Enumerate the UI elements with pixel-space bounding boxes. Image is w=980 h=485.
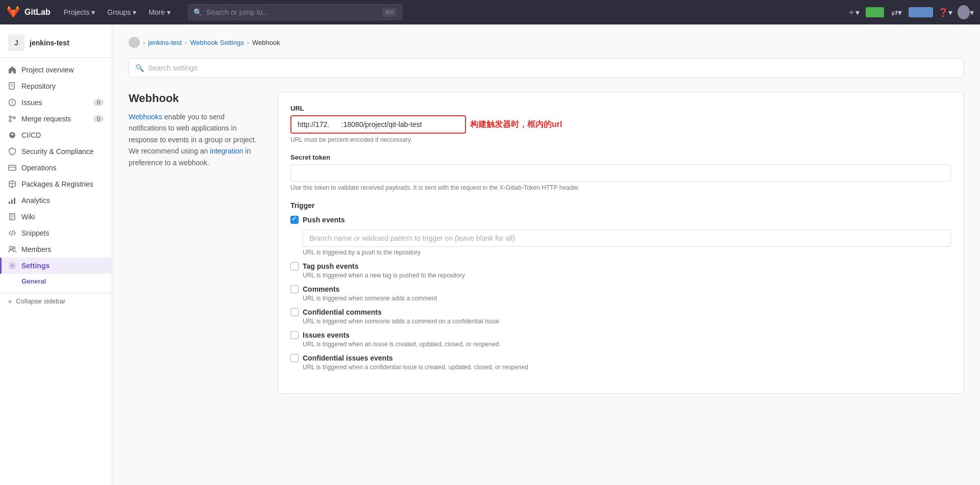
sidebar-settings-general[interactable]: General bbox=[0, 274, 112, 289]
webhook-form: URL 构建触发器时，框内的url URL must be percent-en… bbox=[278, 92, 964, 394]
sidebar-item-settings[interactable]: Settings bbox=[0, 258, 112, 274]
url-note: URL must be percent-encoded if neccessar… bbox=[290, 136, 951, 143]
push-events-checkbox[interactable] bbox=[290, 216, 299, 224]
push-events-desc: URL is triggered by a push to the reposi… bbox=[303, 249, 951, 256]
secret-token-input[interactable] bbox=[290, 164, 951, 182]
breadcrumb: › jenkins-test › Webhook Settings › Webh… bbox=[129, 37, 964, 48]
search-settings-box: 🔍 bbox=[129, 58, 964, 78]
merge-request-icon-btn[interactable]: ⇄ ▾ bbox=[888, 4, 904, 20]
user-menu-button[interactable]: ▾ bbox=[958, 4, 974, 20]
issues-events-checkbox[interactable] bbox=[290, 331, 299, 339]
ops-icon bbox=[8, 164, 16, 172]
sidebar-item-analytics[interactable]: Analytics bbox=[0, 192, 112, 209]
snippets-icon bbox=[8, 229, 16, 237]
url-input-row: 构建触发器时，框内的url bbox=[290, 115, 951, 134]
svg-rect-9 bbox=[9, 165, 16, 170]
comments-desc: URL is triggered when someone adds a com… bbox=[303, 295, 951, 302]
navbar-search-input[interactable] bbox=[206, 8, 378, 16]
settings-icon bbox=[8, 262, 16, 270]
package-icon bbox=[8, 180, 16, 188]
push-branch-input[interactable] bbox=[303, 229, 951, 247]
svg-point-5 bbox=[12, 104, 13, 105]
main-content: › jenkins-test › Webhook Settings › Webh… bbox=[112, 24, 980, 485]
sidebar-item-wiki[interactable]: Wiki bbox=[0, 209, 112, 225]
webhook-desc: Webhooks enable you to send notification… bbox=[129, 111, 261, 168]
svg-point-20 bbox=[10, 246, 13, 249]
confidential-comments-checkbox[interactable] bbox=[290, 308, 299, 316]
sidebar-project-header: J jenkins-test bbox=[0, 29, 112, 58]
url-annotation: 构建触发器时，框内的url bbox=[470, 119, 562, 130]
sidebar-item-cicd[interactable]: CI/CD bbox=[0, 127, 112, 143]
confidential-issues-desc: URL is triggered when a confidential iss… bbox=[303, 364, 951, 371]
sidebar-item-repository[interactable]: Repository bbox=[0, 78, 112, 94]
issue-icon bbox=[8, 98, 16, 107]
sidebar-item-security[interactable]: Security & Compliance bbox=[0, 143, 112, 160]
question-icon: ❓ bbox=[938, 8, 948, 17]
url-label: URL bbox=[290, 105, 951, 112]
navbar-right: ＋ ▾ ⇄ ▾ ❓ ▾ ▾ bbox=[845, 4, 974, 20]
sidebar-item-packages[interactable]: Packages & Registries bbox=[0, 176, 112, 192]
breadcrumb-project-link[interactable]: jenkins-test bbox=[148, 39, 182, 46]
groups-chevron-icon: ▾ bbox=[133, 8, 136, 16]
url-input[interactable] bbox=[291, 116, 465, 133]
svg-rect-15 bbox=[14, 198, 15, 204]
merge-icon: ⇄ bbox=[891, 8, 898, 17]
nav-projects[interactable]: Projects ▾ bbox=[59, 5, 101, 19]
tag-push-checkbox[interactable] bbox=[290, 262, 299, 270]
status-blue-indicator bbox=[909, 7, 933, 17]
breadcrumb-settings-link[interactable]: Webhook Settings bbox=[190, 39, 243, 46]
wiki-icon bbox=[8, 213, 16, 221]
push-events-label: Push events bbox=[303, 216, 345, 224]
navbar-nav: Projects ▾ Groups ▾ More ▾ bbox=[59, 5, 176, 19]
sidebar-project-name: jenkins-test bbox=[30, 39, 69, 47]
nav-groups[interactable]: Groups ▾ bbox=[102, 5, 141, 19]
sidebar-item-members[interactable]: Members bbox=[0, 241, 112, 258]
webhooks-link[interactable]: Webhooks bbox=[129, 113, 162, 121]
svg-point-21 bbox=[13, 247, 15, 249]
help-button[interactable]: ❓ ▾ bbox=[937, 4, 953, 20]
confidential-comments-label: Confidential comments bbox=[303, 308, 382, 316]
webhook-description: Webhook Webhooks enable you to send noti… bbox=[129, 92, 261, 168]
nav-more[interactable]: More ▾ bbox=[143, 5, 176, 19]
home-icon bbox=[8, 66, 16, 74]
svg-rect-13 bbox=[9, 201, 10, 204]
avatar bbox=[958, 5, 970, 19]
tag-push-label: Tag push events bbox=[303, 262, 358, 270]
svg-point-22 bbox=[11, 265, 14, 267]
user-chevron-icon: ▾ bbox=[970, 8, 974, 17]
search-settings-input[interactable] bbox=[148, 64, 957, 72]
new-button[interactable]: ＋ ▾ bbox=[845, 4, 862, 20]
svg-line-19 bbox=[12, 230, 13, 236]
svg-point-7 bbox=[9, 120, 11, 122]
projects-chevron-icon: ▾ bbox=[91, 8, 95, 16]
trigger-comments: Comments URL is triggered when someone a… bbox=[290, 285, 951, 302]
mr-chevron-icon: ▾ bbox=[898, 8, 902, 17]
confidential-issues-label: Confidential issues events bbox=[303, 354, 393, 362]
issues-badge: 0 bbox=[93, 99, 104, 106]
search-shortcut: ⌘K bbox=[382, 8, 397, 17]
cicd-icon bbox=[8, 131, 16, 139]
search-settings-icon: 🔍 bbox=[135, 64, 144, 72]
trigger-label: Trigger bbox=[290, 201, 951, 210]
sidebar-item-operations[interactable]: Operations bbox=[0, 160, 112, 176]
sidebar-item-project-overview[interactable]: Project overview bbox=[0, 62, 112, 78]
sidebar-item-issues[interactable]: Issues 0 bbox=[0, 94, 112, 111]
sidebar-item-snippets[interactable]: Snippets bbox=[0, 225, 112, 241]
secret-token-label: Secret token bbox=[290, 154, 951, 161]
plus-icon: ＋ bbox=[847, 7, 855, 18]
book-icon bbox=[8, 82, 16, 90]
integration-link[interactable]: integration bbox=[210, 147, 243, 155]
comments-checkbox[interactable] bbox=[290, 285, 299, 293]
issues-events-label: Issues events bbox=[303, 331, 350, 339]
confidential-comments-desc: URL is triggered when someone adds a com… bbox=[303, 318, 951, 325]
gitlab-logo[interactable]: GitLab bbox=[6, 5, 51, 19]
url-input-wrapper bbox=[290, 115, 466, 134]
webhook-title: Webhook bbox=[129, 92, 261, 105]
gitlab-text: GitLab bbox=[24, 8, 51, 17]
tag-push-desc: URL is triggered when a new tag is pushe… bbox=[303, 272, 951, 279]
breadcrumb-avatar bbox=[129, 37, 140, 48]
confidential-issues-checkbox[interactable] bbox=[290, 354, 299, 362]
sidebar: J jenkins-test Project overview Reposito… bbox=[0, 24, 112, 485]
collapse-sidebar-button[interactable]: « Collapse sidebar bbox=[0, 293, 112, 309]
sidebar-item-merge-requests[interactable]: Merge requests 0 bbox=[0, 111, 112, 127]
